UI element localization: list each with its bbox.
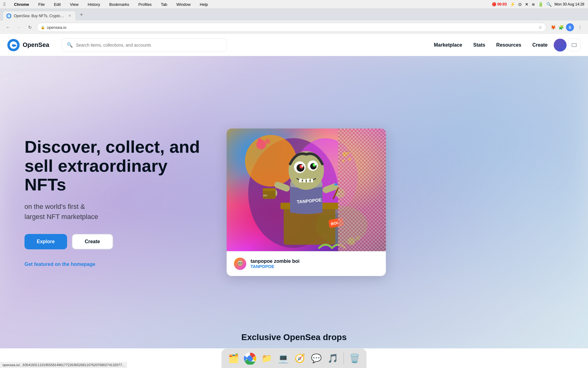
opensea-logo-text: OpenSea (23, 41, 49, 48)
new-tab-button[interactable]: + (77, 10, 86, 19)
fox-extension-icon[interactable]: 🦊 (550, 24, 556, 30)
battery-timer: 🔴 00:03 (492, 2, 507, 6)
tab-favicon (6, 13, 11, 18)
tab-close-button[interactable]: ✕ (67, 13, 72, 18)
nft-image: TANPOPOE (227, 128, 386, 251)
menu-window[interactable]: Window (175, 2, 192, 7)
exclusive-section-title: Exclusive OpenSea drops (241, 332, 347, 342)
dock-safari[interactable]: 🧭 (293, 351, 307, 366)
nav-create[interactable]: Create (527, 40, 552, 50)
menu-profiles[interactable]: Profiles (137, 2, 153, 7)
search-icon[interactable]: 🔍 (546, 2, 552, 7)
svg-rect-0 (572, 43, 577, 47)
nft-collection[interactable]: TANPOPOE (251, 264, 379, 269)
explore-button[interactable]: Explore (24, 234, 67, 249)
svg-rect-20 (307, 178, 309, 182)
svg-point-49 (248, 356, 252, 361)
svg-point-17 (314, 163, 316, 165)
search-icon: 🔍 (67, 42, 73, 48)
svg-rect-28 (263, 188, 276, 191)
svg-point-33 (346, 151, 350, 154)
svg-point-42 (238, 260, 243, 266)
menu-edit[interactable]: Edit (52, 2, 62, 7)
opensea-navbar: OpenSea 🔍 Marketplace Stats Resources Cr… (0, 34, 588, 56)
svg-point-3 (245, 135, 296, 186)
address-bar[interactable]: 🔒 opensea.io ☆ (37, 23, 546, 32)
more-options-button[interactable]: ⋮ (576, 23, 584, 32)
lightning-icon: ⚡ (510, 2, 515, 7)
svg-point-25 (335, 188, 345, 198)
svg-rect-18 (299, 178, 302, 182)
nav-resources[interactable]: Resources (491, 40, 526, 50)
opensea-search-bar[interactable]: 🔍 (62, 38, 227, 52)
wifi-icon: ≋ (532, 2, 535, 7)
svg-point-16 (301, 165, 303, 167)
wallet-button[interactable] (568, 39, 581, 52)
hero-content: Discover, collect, and sell extraordinar… (24, 137, 208, 267)
user-profile-button[interactable] (554, 39, 567, 52)
browser-tabs-bar: OpenSea: Buy NFTs, Crypto C... ✕ + (0, 9, 588, 21)
battery-icon: 🔋 (538, 2, 543, 7)
svg-rect-19 (303, 179, 305, 182)
reload-button[interactable]: ↻ (26, 23, 34, 32)
hero-nft-card[interactable]: TANPOPOE (227, 128, 386, 276)
dock-chrome[interactable] (243, 351, 257, 366)
menu-chrome[interactable]: Chrome (12, 2, 31, 7)
opensea-logo[interactable]: OpenSea (7, 39, 49, 51)
svg-point-39 (348, 238, 355, 245)
svg-point-40 (356, 236, 360, 241)
opensea-nav-links: Marketplace Stats Resources Create (429, 39, 581, 52)
bookmark-icon[interactable]: ☆ (538, 25, 542, 30)
opensea-logo-icon (7, 39, 20, 51)
hero-buttons: Explore Create (24, 234, 208, 249)
svg-point-38 (258, 138, 262, 142)
menu-tab[interactable]: Tab (159, 2, 169, 7)
hero-subtitle: on the world's first & largest NFT marke… (24, 201, 208, 222)
macos-dock: 🗂️ 📁 💻 🧭 💬 🎵 🗑️ (221, 348, 367, 368)
menu-help[interactable]: Help (198, 2, 210, 7)
search-input[interactable] (76, 43, 222, 48)
svg-point-45 (239, 262, 240, 263)
svg-point-36 (256, 140, 266, 150)
svg-rect-21 (311, 179, 313, 182)
dock-item4[interactable]: 💻 (276, 351, 290, 366)
circle-icon: ⊙ (518, 2, 522, 7)
hero-section: Discover, collect, and sell extraordinar… (0, 56, 588, 348)
nav-marketplace[interactable]: Marketplace (429, 40, 467, 50)
dock-discord[interactable]: 💬 (309, 351, 323, 366)
menu-file[interactable]: File (36, 2, 47, 7)
browser-toolbar: ← → ↻ 🔒 opensea.io ☆ 🦊 🧩 S ⋮ (0, 21, 588, 34)
nft-avatar (234, 258, 246, 270)
create-button[interactable]: Create (72, 234, 113, 249)
nft-character-svg: TANPOPOE (227, 128, 386, 251)
featured-link[interactable]: Get featured on the homepage (24, 262, 95, 267)
nft-info: tanpopoe zombie boi TANPOPOE (227, 251, 386, 276)
dock-files[interactable]: 📁 (260, 351, 274, 366)
svg-point-31 (348, 158, 352, 161)
menubar-right: 🔴 00:03 ⚡ ⊙ ✕ ≋ 🔋 🔍 Mon 30 Aug 14:28 (492, 2, 584, 7)
dock-trash[interactable]: 🗑️ (348, 351, 362, 366)
tab-title: OpenSea: Buy NFTs, Crypto C... (14, 14, 65, 18)
nav-stats[interactable]: Stats (468, 40, 490, 50)
lock-icon: 🔒 (41, 25, 45, 29)
dock-finder[interactable]: 🗂️ (227, 351, 241, 366)
svg-point-30 (342, 152, 348, 157)
svg-text:BOI: BOI (263, 194, 267, 197)
apple-menu[interactable]:  (4, 2, 6, 7)
forward-button[interactable]: → (15, 23, 23, 32)
dock-divider (344, 352, 344, 365)
x-icon: ✕ (525, 2, 529, 7)
menu-history[interactable]: History (86, 2, 102, 7)
profile-button[interactable]: S (566, 23, 574, 31)
back-button[interactable]: ← (4, 23, 12, 32)
puzzle-extension-icon[interactable]: 🧩 (558, 24, 564, 30)
menu-view[interactable]: View (68, 2, 80, 7)
browser-tab-active[interactable]: OpenSea: Buy NFTs, Crypto C... ✕ (2, 11, 76, 21)
address-text: opensea.io (47, 25, 537, 30)
menu-bookmarks[interactable]: Bookmarks (107, 2, 131, 7)
macos-menubar:  Chrome File Edit View History Bookmark… (0, 0, 588, 9)
nft-name: tanpopoe zombie boi (251, 259, 379, 264)
clock: Mon 30 Aug 14:28 (555, 2, 584, 6)
hero-title: Discover, collect, and sell extraordinar… (24, 137, 208, 194)
dock-music[interactable]: 🎵 (326, 351, 340, 366)
